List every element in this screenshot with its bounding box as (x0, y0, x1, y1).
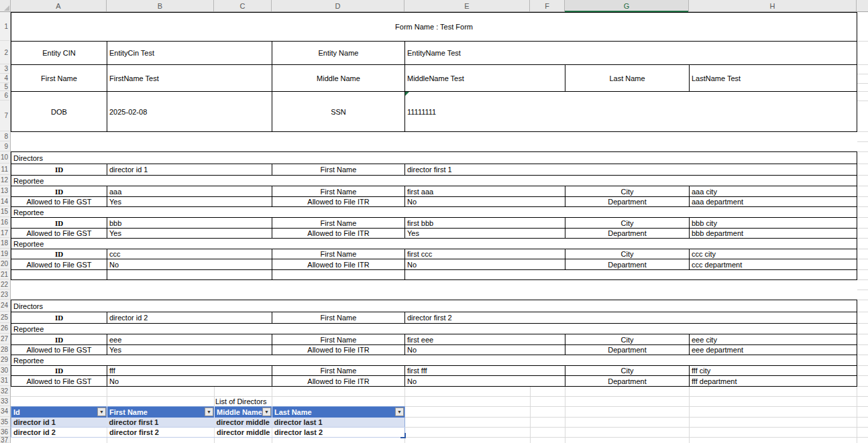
row-header-32[interactable]: 32 (0, 386, 9, 396)
table-cell[interactable]: director middle (215, 428, 272, 438)
empty-cell[interactable] (107, 270, 272, 280)
reportee-section-header[interactable]: Reportee (11, 207, 857, 218)
reportee-gst-label[interactable]: Allowed to File GST (11, 345, 107, 355)
director-first-name-value[interactable]: director first 1 (405, 164, 857, 176)
column-header-E[interactable]: E (404, 0, 530, 11)
reportee-id-value[interactable]: fff (107, 366, 272, 376)
reportee-itr-value[interactable]: No (405, 259, 565, 270)
row-header-9[interactable]: 9 (0, 141, 9, 151)
table-cell[interactable]: director first 1 (107, 418, 215, 428)
row-header-20[interactable]: 20 (0, 259, 9, 269)
reportee-department-value[interactable]: bbb department (690, 229, 857, 239)
reportee-first-name-label[interactable]: First Name (272, 186, 405, 197)
table-cell[interactable]: director last 1 (272, 418, 405, 428)
reportee-first-name-value[interactable]: first aaa (405, 186, 565, 197)
reportee-itr-label[interactable]: Allowed to File ITR (272, 259, 405, 270)
reportee-itr-label[interactable]: Allowed to File ITR (272, 229, 405, 239)
row-header-2[interactable]: 2 (0, 41, 9, 64)
reportee-city-value[interactable]: ccc city (690, 249, 857, 259)
reportee-id-label[interactable]: ID (11, 366, 107, 376)
list-of-directors-caption[interactable]: List of Directors (215, 396, 266, 406)
reportee-itr-label[interactable]: Allowed to File ITR (272, 345, 405, 355)
row-header-22[interactable]: 22 (0, 279, 9, 290)
table-header-last-name[interactable]: Last Name▼ (272, 407, 405, 418)
ssn-value[interactable]: 11111111 (405, 92, 857, 132)
dob-value[interactable]: 2025-02-08 (107, 92, 272, 132)
table-cell[interactable]: director id 2 (11, 428, 107, 438)
reportee-itr-value[interactable]: No (405, 345, 565, 355)
directors-section-header[interactable]: Directors (11, 300, 857, 312)
reportee-gst-label[interactable]: Allowed to File GST (11, 229, 107, 239)
form-title[interactable]: Form Name : Test Form (11, 13, 857, 42)
row-header-6[interactable]: 6 (0, 91, 9, 101)
reportee-city-value[interactable]: eee city (690, 334, 857, 345)
row-header-11[interactable]: 11 (0, 164, 9, 175)
reportee-gst-value[interactable]: Yes (107, 345, 272, 355)
middle-name-label[interactable]: Middle Name (272, 65, 405, 92)
filter-button-middle-name[interactable]: ▼ (262, 407, 271, 416)
ssn-label[interactable]: SSN (272, 92, 405, 132)
table-cell[interactable]: director id 1 (11, 418, 107, 428)
reportee-id-value[interactable]: aaa (107, 186, 272, 197)
reportee-first-name-label[interactable]: First Name (272, 249, 405, 259)
entity-name-label[interactable]: Entity Name (272, 42, 405, 65)
column-header-B[interactable]: B (107, 0, 214, 11)
row-header-23[interactable]: 23 (0, 290, 9, 300)
row-header-3[interactable]: 3 (0, 64, 9, 74)
reportee-itr-value[interactable]: Yes (405, 229, 565, 239)
reportee-section-header[interactable]: Reportee (11, 355, 857, 366)
reportee-itr-value[interactable]: No (405, 376, 565, 387)
reportee-department-label[interactable]: Department (565, 229, 690, 239)
director-id-label[interactable]: ID (11, 312, 107, 324)
row-header-19[interactable]: 19 (0, 249, 9, 259)
row-header-30[interactable]: 30 (0, 365, 9, 375)
empty-cell[interactable] (272, 270, 405, 280)
filter-button-id[interactable]: ▼ (97, 407, 106, 416)
row-header-4[interactable]: 4 (0, 74, 9, 83)
column-header-A[interactable]: A (11, 0, 107, 11)
reportee-city-label[interactable]: City (565, 218, 690, 229)
last-name-value[interactable]: LastName Test (690, 65, 857, 92)
table-header-middle-name[interactable]: Middle Name▼ (215, 407, 272, 418)
reportee-city-label[interactable]: City (565, 366, 690, 376)
row-header-37[interactable]: 37 (0, 437, 9, 443)
entity-name-value[interactable]: EntityName Test (405, 42, 857, 65)
row-header-12[interactable]: 12 (0, 175, 9, 186)
director-first-name-value[interactable]: director first 2 (405, 312, 857, 324)
director-id-value[interactable]: director id 1 (107, 164, 272, 176)
reportee-city-label[interactable]: City (565, 249, 690, 259)
reportee-gst-value[interactable]: Yes (107, 229, 272, 239)
reportee-department-label[interactable]: Department (565, 259, 690, 270)
column-header-H[interactable]: H (689, 0, 857, 11)
reportee-department-label[interactable]: Department (565, 376, 690, 387)
reportee-first-name-value[interactable]: first ccc (405, 249, 565, 259)
reportee-itr-label[interactable]: Allowed to File ITR (272, 376, 405, 387)
reportee-department-label[interactable]: Department (565, 345, 690, 355)
reportee-first-name-value[interactable]: first bbb (405, 218, 565, 229)
reportee-section-header[interactable]: Reportee (11, 239, 857, 249)
reportee-city-label[interactable]: City (565, 186, 690, 197)
row-header-25[interactable]: 25 (0, 312, 9, 323)
reportee-department-value[interactable]: eee department (690, 345, 857, 355)
column-header-D[interactable]: D (272, 0, 404, 11)
director-id-value[interactable]: director id 2 (107, 312, 272, 324)
row-header-7[interactable]: 7 (0, 101, 9, 131)
reportee-first-name-label[interactable]: First Name (272, 218, 405, 229)
empty-cell[interactable] (11, 270, 107, 280)
reportee-city-value[interactable]: bbb city (690, 218, 857, 229)
middle-name-value[interactable]: MiddleName Test (405, 65, 565, 92)
row-header-18[interactable]: 18 (0, 238, 9, 249)
filter-button-first-name[interactable]: ▼ (205, 407, 213, 416)
reportee-gst-value[interactable]: No (107, 259, 272, 270)
reportee-gst-label[interactable]: Allowed to File GST (11, 259, 107, 270)
row-header-13[interactable]: 13 (0, 186, 9, 196)
reportee-id-label[interactable]: ID (11, 186, 107, 197)
row-header-17[interactable]: 17 (0, 228, 9, 238)
filter-button-last-name[interactable]: ▼ (395, 407, 404, 416)
first-name-value[interactable]: FirstName Test (107, 65, 272, 92)
row-header-31[interactable]: 31 (0, 375, 9, 386)
row-header-1[interactable]: 1 (0, 12, 9, 41)
director-first-name-label[interactable]: First Name (272, 312, 405, 324)
reportee-department-value[interactable]: fff department (690, 376, 857, 387)
entity-cin-value[interactable]: EntityCin Test (107, 42, 272, 65)
